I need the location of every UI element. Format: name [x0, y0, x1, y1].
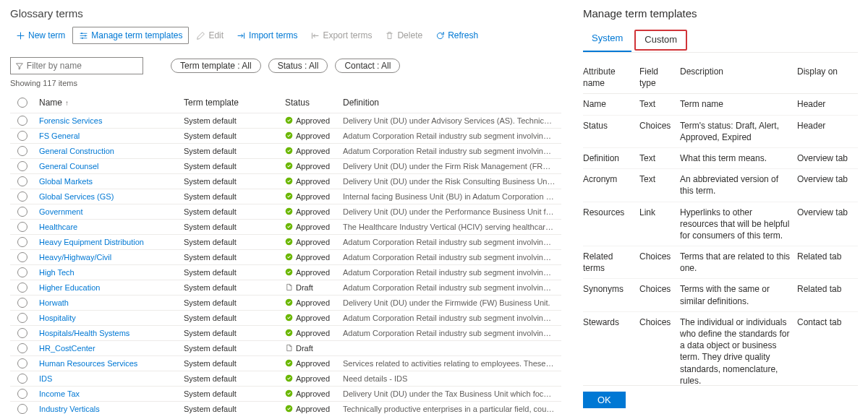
refresh-button[interactable]: Refresh	[430, 27, 484, 43]
table-row[interactable]: Heavy Equipment DistributionSystem defau…	[10, 235, 561, 250]
row-checkbox[interactable]	[17, 267, 27, 277]
term-link[interactable]: General Counsel	[39, 162, 99, 171]
table-row[interactable]: High TechSystem defaultApprovedAdatum Co…	[10, 265, 561, 280]
filter-term-template[interactable]: Term template : All	[171, 59, 261, 73]
table-row[interactable]: GovernmentSystem defaultApprovedDelivery…	[10, 204, 561, 220]
table-row[interactable]: Forensic ServicesSystem defaultApprovedD…	[10, 113, 561, 129]
term-link[interactable]: General Construction	[39, 147, 114, 155]
table-row[interactable]: General CounselSystem defaultApprovedDel…	[10, 159, 561, 174]
table-row[interactable]: Hospitals/Health SystemsSystem defaultAp…	[10, 326, 561, 341]
filter-status[interactable]: Status : All	[268, 59, 328, 73]
term-link[interactable]: IDS	[39, 374, 52, 383]
status-icon	[285, 283, 293, 293]
term-link[interactable]: Global Markets	[39, 177, 93, 186]
term-link[interactable]: Higher Education	[39, 283, 100, 292]
row-checkbox[interactable]	[17, 283, 27, 293]
term-template: System default	[184, 207, 285, 216]
filter-name-input[interactable]	[27, 61, 138, 71]
col-status[interactable]: Status	[285, 98, 343, 108]
attr-row: StatusChoicesTerm's status: Draft, Alert…	[583, 116, 858, 148]
row-checkbox[interactable]	[17, 252, 27, 262]
term-link[interactable]: Hospitals/Health Systems	[39, 329, 129, 337]
term-template: System default	[184, 223, 285, 231]
status-icon	[285, 192, 293, 202]
new-term-button[interactable]: New term	[10, 27, 71, 43]
term-link[interactable]: High Tech	[39, 268, 75, 277]
term-link[interactable]: Global Services (GS)	[39, 192, 114, 201]
table-row[interactable]: Global Services (GS)System defaultApprov…	[10, 189, 561, 204]
row-checkbox[interactable]	[17, 374, 27, 384]
table-row[interactable]: HealthcareSystem defaultApprovedThe Heal…	[10, 220, 561, 235]
term-name: Industry Verticals	[39, 405, 184, 413]
manage-term-templates-button[interactable]: Manage term templates	[72, 27, 189, 44]
term-link[interactable]: HR_CostCenter	[39, 344, 95, 353]
term-link[interactable]: FS General	[39, 131, 80, 140]
row-checkbox[interactable]	[17, 207, 27, 217]
term-definition: Adatum Corporation Retail industry sub s…	[343, 283, 561, 292]
table-row[interactable]: Human Resources ServicesSystem defaultAp…	[10, 356, 561, 371]
term-link[interactable]: Human Resources Services	[39, 359, 137, 368]
row-checkbox[interactable]	[17, 146, 27, 156]
ok-button[interactable]: OK	[583, 392, 626, 408]
table-row[interactable]: General ConstructionSystem defaultApprov…	[10, 144, 561, 159]
row-checkbox[interactable]	[17, 404, 27, 414]
term-name: Healthcare	[39, 223, 184, 231]
term-link[interactable]: Heavy/Highway/Civil	[39, 253, 111, 262]
table-row[interactable]: Industry VerticalsSystem defaultApproved…	[10, 402, 561, 414]
term-link[interactable]: Heavy Equipment Distribution	[39, 238, 144, 246]
term-template: System default	[184, 116, 285, 125]
term-template: System default	[184, 147, 285, 155]
row-checkbox[interactable]	[17, 298, 27, 308]
term-link[interactable]: Industry Verticals	[39, 405, 100, 413]
table-row[interactable]: IDSSystem defaultApprovedNeed details - …	[10, 371, 561, 387]
table-row[interactable]: HR_CostCenterSystem defaultDraft	[10, 341, 561, 356]
col-name[interactable]: Name↑	[39, 98, 184, 108]
attr-type: Text	[639, 173, 680, 185]
row-checkbox[interactable]	[17, 222, 27, 232]
term-link[interactable]: Horwath	[39, 298, 69, 307]
row-checkbox[interactable]	[17, 131, 27, 141]
term-name: General Counsel	[39, 162, 184, 171]
import-terms-button[interactable]: Import terms	[231, 27, 303, 43]
refresh-icon	[435, 31, 445, 40]
edit-button: Edit	[190, 27, 229, 43]
attr-display: Header	[797, 98, 855, 110]
row-checkbox[interactable]	[17, 313, 27, 323]
select-all-checkbox[interactable]	[17, 98, 27, 108]
table-row[interactable]: Higher EducationSystem defaultDraftAdatu…	[10, 280, 561, 296]
table-row[interactable]: Global MarketsSystem defaultApprovedDeli…	[10, 174, 561, 189]
row-checkbox[interactable]	[17, 191, 27, 202]
filter-input-wrap[interactable]	[10, 57, 143, 74]
filter-contact[interactable]: Contact : All	[335, 59, 400, 73]
col-template[interactable]: Term template	[184, 98, 285, 108]
filter-icon	[15, 61, 24, 71]
row-checkbox[interactable]	[17, 343, 27, 353]
row-checkbox[interactable]	[17, 176, 27, 186]
attr-desc: Term's status: Draft, Alert, Approved, E…	[680, 120, 797, 143]
attr-row: DefinitionTextWhat this term means.Overv…	[583, 148, 858, 169]
col-definition[interactable]: Definition	[343, 98, 561, 108]
term-link[interactable]: Government	[39, 207, 83, 216]
term-template: System default	[184, 389, 285, 398]
term-link[interactable]: Healthcare	[39, 223, 77, 231]
row-checkbox[interactable]	[17, 328, 27, 338]
term-name: Horwath	[39, 298, 184, 307]
table-row[interactable]: Heavy/Highway/CivilSystem defaultApprove…	[10, 250, 561, 265]
table-row[interactable]: HospitalitySystem defaultApprovedAdatum …	[10, 311, 561, 326]
term-definition: Adatum Corporation Retail industry sub s…	[343, 314, 561, 322]
table-row[interactable]: Income TaxSystem defaultApprovedDelivery…	[10, 387, 561, 402]
table-row[interactable]: FS GeneralSystem defaultApprovedAdatum C…	[10, 129, 561, 144]
term-template: System default	[184, 131, 285, 140]
tab-system[interactable]: System	[583, 30, 631, 52]
term-link[interactable]: Forensic Services	[39, 116, 102, 125]
row-checkbox[interactable]	[17, 389, 27, 399]
row-checkbox[interactable]	[17, 116, 27, 126]
table-row[interactable]: HorwathSystem defaultApprovedDelivery Un…	[10, 296, 561, 311]
term-link[interactable]: Income Tax	[39, 389, 80, 398]
row-checkbox[interactable]	[17, 358, 27, 368]
term-status: Approved	[285, 177, 343, 186]
row-checkbox[interactable]	[17, 237, 27, 247]
term-link[interactable]: Hospitality	[39, 314, 76, 322]
tab-custom[interactable]: Custom	[634, 30, 687, 51]
row-checkbox[interactable]	[17, 161, 27, 171]
